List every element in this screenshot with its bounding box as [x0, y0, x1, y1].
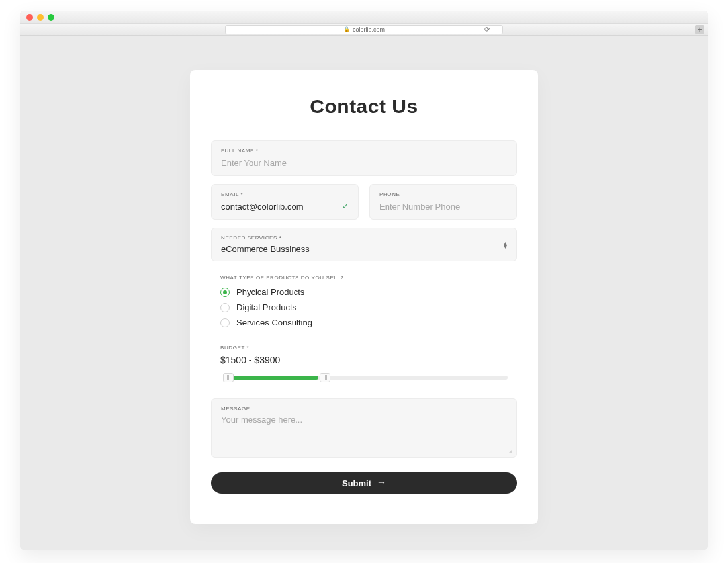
lock-icon: 🔒 — [343, 26, 350, 32]
page-viewport: Contact Us FULL NAME * EMAIL * ✓ PHONE — [20, 36, 708, 550]
address-bar[interactable]: 🔒 colorlib.com — [225, 25, 503, 34]
page-title: Contact Us — [211, 95, 517, 118]
reload-icon[interactable]: ⟳ — [484, 26, 490, 33]
phone-label: PHONE — [379, 191, 507, 197]
services-field[interactable]: NEEDED SERVICES * eCommerce Bussiness ▴▾ — [211, 228, 517, 261]
arrow-right-icon: → — [377, 478, 386, 487]
resize-grip-icon[interactable] — [507, 448, 512, 453]
budget-section: BUDGET * $1500 - $3900 — [211, 333, 517, 382]
slider-fill — [232, 376, 318, 380]
slider-handle-min[interactable] — [223, 373, 234, 382]
submit-button[interactable]: Submit → — [211, 472, 517, 494]
phone-field[interactable]: PHONE — [369, 184, 517, 220]
radio-option[interactable]: Digital Products — [220, 302, 508, 312]
contact-card: Contact Us FULL NAME * EMAIL * ✓ PHONE — [190, 70, 538, 524]
new-tab-button[interactable]: + — [695, 25, 704, 34]
full-name-input[interactable] — [221, 158, 507, 168]
products-section: WHAT TYPE OF PRODUCTS DO YOU SELL? Phyci… — [211, 269, 517, 327]
email-field[interactable]: EMAIL * ✓ — [211, 184, 359, 220]
radio-option[interactable]: Phycical Products — [220, 287, 508, 297]
radio-option[interactable]: Services Consulting — [220, 318, 508, 327]
full-name-field[interactable]: FULL NAME * — [211, 140, 517, 176]
message-input[interactable] — [221, 415, 507, 448]
radio-icon[interactable] — [220, 318, 230, 327]
slider-handle-max[interactable] — [320, 373, 330, 382]
submit-label: Submit — [342, 478, 371, 488]
maximize-window-icon[interactable] — [48, 14, 54, 21]
message-label: MESSAGE — [221, 406, 507, 411]
window-titlebar — [20, 11, 708, 24]
check-icon: ✓ — [342, 202, 349, 211]
budget-value: $1500 - $3900 — [220, 355, 508, 365]
close-window-icon[interactable] — [26, 14, 33, 21]
email-input[interactable] — [221, 202, 349, 212]
minimize-window-icon[interactable] — [37, 14, 44, 21]
budget-label: BUDGET * — [220, 345, 508, 351]
email-label: EMAIL * — [221, 191, 349, 197]
products-label: WHAT TYPE OF PRODUCTS DO YOU SELL? — [220, 275, 508, 281]
full-name-label: FULL NAME * — [221, 148, 507, 153]
url-host: colorlib.com — [353, 26, 385, 33]
radio-label: Phycical Products — [236, 287, 304, 297]
radio-label: Digital Products — [236, 302, 296, 312]
select-caret-icon: ▴▾ — [504, 241, 507, 248]
radio-icon[interactable] — [220, 288, 230, 297]
radio-label: Services Consulting — [236, 318, 312, 327]
services-label: NEEDED SERVICES * — [221, 235, 507, 241]
message-field[interactable]: MESSAGE — [211, 398, 517, 458]
phone-input[interactable] — [379, 202, 507, 212]
browser-window: 🔒 colorlib.com ⟳ + Contact Us FULL NAME … — [20, 11, 708, 550]
services-select-value[interactable]: eCommerce Bussiness — [221, 244, 507, 254]
radio-icon[interactable] — [220, 303, 230, 312]
budget-slider[interactable] — [220, 372, 508, 382]
address-bar-row: 🔒 colorlib.com ⟳ + — [20, 24, 708, 36]
